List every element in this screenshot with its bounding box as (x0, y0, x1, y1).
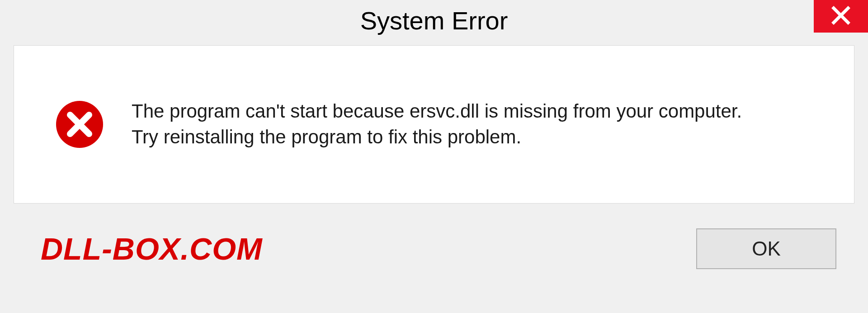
title-bar: System Error (0, 0, 868, 41)
error-message: The program can't start because ersvc.dl… (132, 99, 742, 150)
error-icon (55, 100, 104, 149)
dialog-title: System Error (360, 6, 508, 35)
watermark-text: DLL-BOX.COM (41, 231, 263, 266)
dialog-footer: DLL-BOX.COM OK (14, 204, 854, 294)
close-icon (831, 5, 851, 27)
ok-button[interactable]: OK (696, 228, 836, 269)
message-line-2: Try reinstalling the program to fix this… (132, 124, 742, 150)
message-line-1: The program can't start because ersvc.dl… (132, 99, 742, 124)
message-panel: The program can't start because ersvc.dl… (14, 45, 854, 204)
close-button[interactable] (814, 0, 868, 33)
